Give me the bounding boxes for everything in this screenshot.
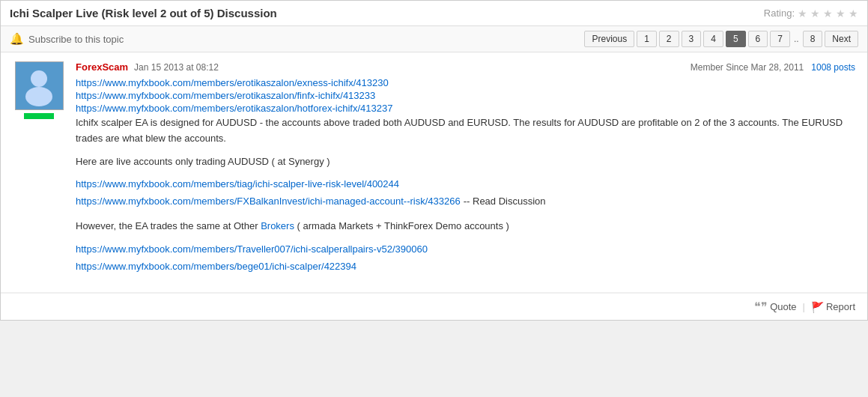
author-name[interactable]: ForexScam: [76, 61, 128, 73]
paragraph-3: However, the EA trades the same at Other…: [76, 219, 855, 234]
member-info: Member Since Mar 28, 2011 1008 posts: [691, 62, 855, 73]
report-icon: 🚩: [811, 301, 824, 313]
post-author-row: ForexScam Jan 15 2013 at 08:12 Member Si…: [76, 61, 855, 73]
action-separator: |: [803, 301, 805, 312]
star-2-icon: ★: [810, 7, 820, 19]
quote-label: Quote: [770, 301, 796, 312]
paragraph-2: Here are live accounts only trading AUDU…: [76, 154, 855, 170]
author-info: ForexScam Jan 15 2013 at 08:12: [76, 61, 219, 73]
member-since: Member Since Mar 28, 2011: [691, 62, 804, 73]
paragraph-1: Ichifx scalper EA is designed for AUDUSD…: [76, 115, 855, 147]
post-container: ForexScam Jan 15 2013 at 08:12 Member Si…: [1, 52, 867, 293]
svg-point-2: [25, 87, 52, 106]
page-1-button[interactable]: 1: [637, 31, 657, 47]
report-button[interactable]: 🚩 Report: [811, 301, 855, 313]
link-exness[interactable]: https://www.myfxbook.com/members/erotika…: [76, 77, 855, 88]
avatar: [15, 61, 64, 110]
rating-label: Rating:: [764, 7, 795, 19]
post-date: Jan 15 2013 at 08:12: [134, 62, 219, 73]
pagination-dots: ..: [792, 34, 801, 44]
subscribe-area: 🔔 Subscribe to this topic: [10, 32, 124, 46]
post-meta: ForexScam Jan 15 2013 at 08:12 Member Si…: [76, 61, 855, 276]
posts-count-link[interactable]: 1008 posts: [811, 62, 855, 73]
link-fxbalkan-row: https://www.myfxbook.com/members/FXBalka…: [76, 194, 855, 211]
brokers-link[interactable]: Brokers: [261, 220, 294, 231]
link-bege01[interactable]: https://www.myfxbook.com/members/bege01/…: [76, 259, 855, 275]
page-7-button[interactable]: 7: [770, 31, 790, 47]
bell-icon: 🔔: [10, 32, 24, 46]
previous-button[interactable]: Previous: [584, 31, 634, 47]
post-body: Ichifx scalper EA is designed for AUDUSD…: [76, 115, 855, 274]
next-button[interactable]: Next: [825, 31, 858, 47]
link-hotforex[interactable]: https://www.myfxbook.com/members/erotika…: [76, 103, 855, 114]
rating-area: Rating: ★ ★ ★ ★ ★: [764, 7, 858, 19]
report-label: Report: [826, 301, 855, 312]
link-traveller[interactable]: https://www.myfxbook.com/members/Travell…: [76, 242, 855, 258]
page-5-button[interactable]: 5: [726, 31, 746, 47]
post-actions: ❝❞ Quote | 🚩 Report: [1, 293, 867, 320]
post-links-bottom: https://www.myfxbook.com/members/Travell…: [76, 242, 855, 275]
paragraph-3-prefix: However, the EA trades the same at Other: [76, 220, 261, 231]
link-tiag[interactable]: https://www.myfxbook.com/members/tiag/ic…: [76, 177, 855, 193]
post-links-mid: https://www.myfxbook.com/members/tiag/ic…: [76, 177, 855, 211]
reputation-bar: [24, 113, 54, 119]
page-6-button[interactable]: 6: [748, 31, 768, 47]
page-8-button[interactable]: 8: [803, 31, 823, 47]
star-1-icon: ★: [798, 7, 807, 19]
page-title: Ichi Scalper Live (Risk level 2 out of 5…: [10, 7, 277, 19]
paragraph-3-suffix: ( armada Markets + ThinkForex Demo accou…: [294, 220, 509, 231]
quote-icon: ❝❞: [754, 300, 768, 314]
page-3-button[interactable]: 3: [682, 31, 702, 47]
link-fxbalkan-suffix: -- Read Discussion: [464, 194, 546, 210]
subscribe-label: Subscribe to this topic: [28, 34, 124, 45]
star-5-icon: ★: [849, 7, 858, 19]
post-header: ForexScam Jan 15 2013 at 08:12 Member Si…: [13, 61, 855, 276]
page-2-button[interactable]: 2: [659, 31, 679, 47]
link-finfx[interactable]: https://www.myfxbook.com/members/erotika…: [76, 90, 855, 101]
page-4-button[interactable]: 4: [703, 31, 723, 47]
post-links-top: https://www.myfxbook.com/members/erotika…: [76, 77, 855, 114]
svg-point-1: [31, 70, 47, 87]
link-fxbalkan[interactable]: https://www.myfxbook.com/members/FXBalka…: [76, 194, 461, 210]
star-4-icon: ★: [836, 7, 846, 19]
pagination: Previous 1 2 3 4 5 6 7 .. 8 Next: [584, 31, 858, 47]
quote-button[interactable]: ❝❞ Quote: [754, 300, 796, 314]
star-3-icon: ★: [823, 7, 833, 19]
avatar-area: [13, 61, 65, 119]
